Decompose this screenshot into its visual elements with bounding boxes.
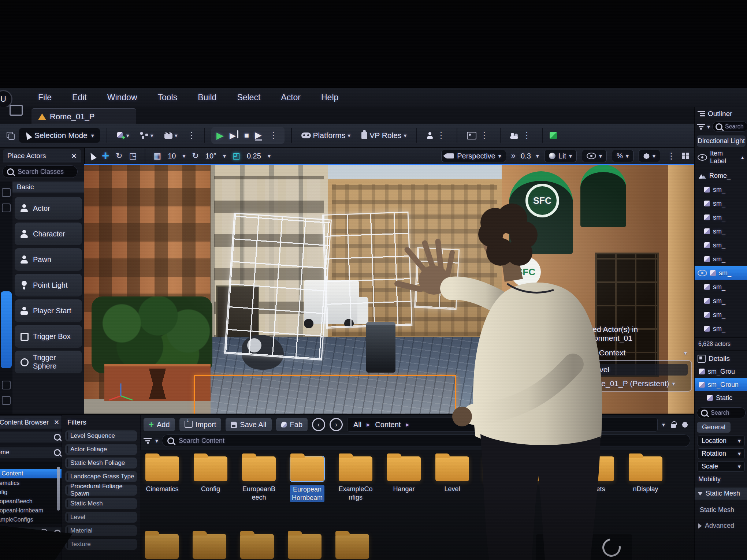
platforms-dropdown[interactable]: Platforms ▾ <box>298 128 354 143</box>
persistent-level-row[interactable]: Rome_01_P (Persistent) ▾ <box>576 379 688 388</box>
folder-item[interactable]: Hangar <box>387 456 421 502</box>
outliner-row[interactable]: sm_ <box>695 224 747 238</box>
content-search-input[interactable] <box>178 437 363 445</box>
outliner-root-row[interactable]: Rome_ <box>695 169 747 183</box>
scale-snap-icon[interactable]: ◰ <box>233 151 240 161</box>
fab-button[interactable]: Fab <box>276 418 308 431</box>
favorites-search-row[interactable] <box>0 432 62 443</box>
launch-button[interactable]: ▶ <box>255 131 261 141</box>
filter-pill[interactable]: Level <box>65 512 137 523</box>
folder-item[interactable] <box>532 456 566 502</box>
source-tree-item[interactable]: Config <box>0 488 62 497</box>
folder-icon[interactable] <box>193 534 226 559</box>
menu-item[interactable]: Select <box>237 93 260 102</box>
search-classes-input[interactable] <box>17 168 70 176</box>
outliner-search-box[interactable] <box>712 122 747 132</box>
view-mode-dropdown[interactable]: Lit ▾ <box>544 150 577 162</box>
content-search-box[interactable] <box>162 434 690 447</box>
asset-tile[interactable] <box>591 534 632 560</box>
forward-button[interactable]: › <box>330 418 343 431</box>
show-flags-dropdown[interactable]: ▾ <box>582 150 607 162</box>
details-tree-row[interactable]: sm_Groun <box>695 378 747 391</box>
breadcrumb-item[interactable]: Content <box>375 421 401 429</box>
filter-pill[interactable]: Actor Foliage <box>65 444 137 455</box>
chevron-down-icon[interactable]: ▾ <box>155 437 158 444</box>
folder-item[interactable]: Level <box>435 456 469 502</box>
level-tab[interactable]: Rome_01_P <box>31 108 136 124</box>
folder-icon[interactable] <box>240 534 274 559</box>
rotation-snap-value[interactable]: 10° <box>205 152 216 160</box>
pinned-directional-light[interactable]: Directional Light <box>697 135 746 147</box>
filter-pill[interactable]: Landscape Grass Type <box>65 471 137 482</box>
details-header[interactable]: Details <box>695 350 747 365</box>
camera-speed-value[interactable]: 0.3 <box>521 152 531 160</box>
menu-item[interactable]: Tools <box>158 93 178 102</box>
vp-roles-dropdown[interactable]: VP Roles ▾ <box>358 128 409 143</box>
details-search-input[interactable] <box>710 409 737 417</box>
kebab-menu-icon[interactable]: ⋮ <box>186 130 197 141</box>
place-actor-item[interactable]: Trigger Sphere <box>15 351 82 373</box>
outliner-row[interactable]: sm_ <box>695 238 747 252</box>
collaborators-button[interactable]: ⋮ <box>507 128 536 143</box>
menu-item[interactable]: Build <box>198 93 216 102</box>
transform-row[interactable]: Scale ▾ <box>698 461 745 472</box>
perspective-dropdown[interactable]: Perspective ▾ <box>441 150 506 162</box>
category-icon[interactable] <box>2 381 11 389</box>
category-basic[interactable]: Basic <box>12 182 89 193</box>
dock-chevron-icon[interactable]: ▾ <box>662 421 665 428</box>
outliner-row[interactable]: sm_ <box>695 252 747 266</box>
filter-pill[interactable]: Static Mesh <box>65 498 137 509</box>
folder-item[interactable]: Cinematics <box>145 456 179 502</box>
menu-item[interactable]: Help <box>321 93 338 102</box>
save-all-button[interactable]: Save All <box>226 418 271 431</box>
filter-icon[interactable] <box>697 124 705 130</box>
folder-item[interactable]: Maps <box>483 456 518 502</box>
play-options-kebab-icon[interactable]: ⋮ <box>268 130 279 141</box>
scale-snap-value[interactable]: 0.25 <box>247 152 261 160</box>
category-icon[interactable] <box>2 204 11 212</box>
breadcrumb-item[interactable]: All <box>353 421 361 429</box>
collections-header[interactable]: + <box>0 527 62 538</box>
filter-pill[interactable]: Static Mesh Foliage <box>65 458 137 468</box>
folder-item[interactable]: ExampleConfigs <box>338 456 373 502</box>
add-collection-icon[interactable]: + <box>40 529 48 537</box>
general-chip[interactable]: General <box>697 422 731 433</box>
outliner-row[interactable]: sm_ <box>695 322 747 336</box>
source-tree-item[interactable]: Cinematics <box>0 478 62 488</box>
camera-speed-icon[interactable]: » <box>511 151 516 161</box>
folder-icon[interactable] <box>335 534 369 559</box>
visibility-eye-icon[interactable] <box>698 270 707 276</box>
transform-row[interactable]: Location ▾ <box>698 436 745 446</box>
filter-pill[interactable]: Level Sequence <box>65 430 137 441</box>
chevron-down-icon[interactable]: ▾ <box>684 350 687 356</box>
selected-window-frame-actor[interactable] <box>224 213 332 361</box>
place-actor-item[interactable]: Character <box>15 223 82 245</box>
chevron-down-icon[interactable]: ▾ <box>707 123 710 130</box>
source-tree-item[interactable]: EuropeanHornbeam <box>0 506 62 515</box>
blueprints-button[interactable]: ▾ <box>137 128 156 143</box>
source-tree-item[interactable]: ExampleConfigs <box>0 515 62 524</box>
close-icon[interactable]: ✕ <box>71 152 77 160</box>
menu-item[interactable]: Window <box>107 93 137 102</box>
layers-icon[interactable] <box>10 105 23 116</box>
outliner-row[interactable]: sm_ <box>695 308 747 322</box>
maximize-grid-icon[interactable] <box>682 153 689 159</box>
gear-icon[interactable] <box>682 422 688 428</box>
move-tool-icon[interactable]: ✚ <box>102 151 109 161</box>
folder-icon[interactable] <box>145 534 179 559</box>
scale-tool-icon[interactable]: ◳ <box>129 151 137 161</box>
import-button[interactable]: Import <box>179 418 222 431</box>
session-card-button[interactable]: ⋮ <box>464 128 493 143</box>
static-mesh-section-header[interactable]: Static Mesh <box>695 488 747 500</box>
outliner-search-input[interactable] <box>724 123 745 130</box>
selected-window-frame-actor[interactable] <box>322 212 413 329</box>
select-tool-icon[interactable] <box>88 151 97 160</box>
outliner-row[interactable]: sm_ <box>695 266 747 280</box>
category-icon[interactable] <box>2 396 11 405</box>
selection-mode-dropdown[interactable]: Selection Mode ▾ <box>19 128 100 143</box>
advanced-section-header[interactable]: Advanced <box>695 522 747 530</box>
outliner-header[interactable]: Outliner <box>695 107 747 121</box>
user-presence-button[interactable]: ⋮ <box>424 128 450 143</box>
source-tree-item[interactable]: EuropeanBeech <box>0 497 62 506</box>
outliner-row[interactable]: sm_ <box>695 210 747 224</box>
